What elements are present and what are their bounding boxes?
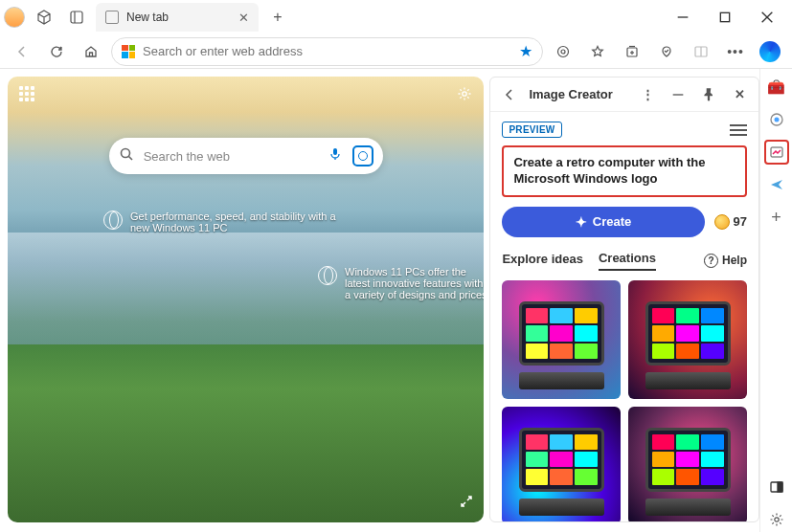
coin-icon [714, 214, 730, 230]
ntp-search-placeholder: Search the web [144, 149, 318, 164]
promo-text-1: Get performance, speed, and stability wi… [130, 211, 343, 233]
copilot-rail-icon[interactable] [764, 107, 789, 132]
prompt-input[interactable]: Create a retro computer with the Microso… [502, 145, 747, 197]
add-rail-icon[interactable]: + [764, 205, 789, 230]
creation-thumb[interactable] [628, 280, 747, 399]
refresh-button[interactable] [42, 37, 71, 66]
vertical-tabs-icon[interactable] [63, 4, 90, 31]
image-search-icon[interactable] [352, 145, 373, 166]
help-label: Help [722, 254, 747, 267]
creation-thumb[interactable] [502, 407, 621, 521]
browser-tab[interactable]: New tab ✕ [96, 3, 259, 32]
image-creator-panel: Image Creator ⋮ ✕ PREVIEW Create a retro… [489, 77, 759, 522]
svg-line-16 [128, 157, 132, 161]
send-rail-icon[interactable] [764, 172, 789, 197]
browser-toolbar: ★ ••• [0, 34, 792, 69]
tab-explore-ideas[interactable]: Explore ideas [502, 252, 583, 270]
page-settings-icon[interactable] [457, 86, 472, 107]
help-button[interactable]: ?Help [704, 254, 747, 268]
token-value: 97 [734, 214, 747, 229]
back-button[interactable] [8, 37, 36, 66]
creations-gallery [502, 280, 747, 521]
svg-point-15 [121, 149, 129, 158]
tab-label: New tab [126, 11, 169, 24]
prompt-text: Create a retro computer with the Microso… [513, 155, 705, 186]
close-window-button[interactable] [746, 3, 788, 32]
panel-more-icon[interactable]: ⋮ [636, 83, 659, 106]
settings-rail-icon[interactable] [764, 507, 789, 532]
performance-icon[interactable] [652, 37, 681, 66]
home-button[interactable] [77, 37, 105, 66]
tab-creations[interactable]: Creations [599, 251, 656, 271]
window-titlebar: New tab ✕ + [0, 0, 792, 34]
minimize-button[interactable] [662, 3, 704, 32]
image-creator-rail-icon[interactable] [764, 140, 789, 165]
panel-title: Image Creator [529, 87, 612, 101]
create-label: Create [593, 214, 631, 229]
globe-icon [103, 211, 123, 230]
workspaces-icon[interactable] [31, 4, 57, 31]
svg-rect-17 [333, 148, 337, 155]
svg-point-20 [774, 118, 779, 122]
svg-point-24 [774, 518, 778, 521]
svg-point-7 [561, 50, 565, 54]
promo-text-2: Windows 11 PCs offer the latest innovati… [345, 266, 484, 300]
profile-avatar[interactable] [4, 7, 25, 28]
help-icon: ? [704, 254, 718, 268]
panel-header: Image Creator ⋮ ✕ [490, 78, 758, 112]
collections-icon[interactable] [618, 37, 646, 66]
creation-thumb[interactable] [502, 280, 621, 399]
globe-icon [318, 266, 337, 285]
search-icon [119, 146, 134, 166]
new-tab-page: Search the web Get performance, speed, a… [8, 77, 484, 522]
promo-card-1[interactable]: Get performance, speed, and stability wi… [103, 211, 343, 233]
svg-rect-3 [720, 12, 729, 21]
extensions-icon[interactable] [549, 37, 577, 66]
more-menu-icon[interactable]: ••• [721, 37, 750, 66]
voice-search-icon[interactable] [328, 146, 343, 166]
app-launcher-icon[interactable] [19, 86, 40, 107]
bing-chat-icon[interactable] [756, 37, 784, 66]
ntp-search-box[interactable]: Search the web [109, 138, 383, 174]
split-screen-icon[interactable] [687, 37, 715, 66]
page-icon [105, 11, 119, 24]
panel-minimize-icon[interactable] [667, 83, 690, 106]
back-icon[interactable] [498, 83, 521, 106]
preview-badge: PREVIEW [502, 122, 561, 138]
address-bar[interactable]: ★ [111, 37, 543, 66]
svg-rect-0 [71, 11, 82, 23]
close-tab-icon[interactable]: ✕ [238, 11, 249, 25]
new-tab-button[interactable]: + [264, 4, 291, 31]
svg-point-6 [558, 46, 569, 56]
promo-card-2[interactable]: Windows 11 PCs offer the latest innovati… [318, 266, 484, 300]
right-sidebar-rail: 🧰 + [759, 69, 792, 532]
tools-rail-icon[interactable]: 🧰 [764, 75, 789, 100]
creation-thumb[interactable] [628, 407, 747, 521]
microsoft-logo-icon [122, 45, 135, 58]
pin-icon[interactable] [697, 83, 720, 106]
favorite-star-icon[interactable]: ★ [519, 42, 532, 60]
favorites-icon[interactable] [583, 37, 612, 66]
svg-rect-23 [778, 482, 782, 492]
sidebar-toggle-icon[interactable] [764, 475, 789, 499]
address-input[interactable] [143, 44, 511, 58]
create-button[interactable]: ✦ Create [502, 207, 704, 237]
close-panel-icon[interactable]: ✕ [728, 83, 751, 106]
menu-icon[interactable] [730, 124, 747, 136]
token-counter[interactable]: 97 [714, 214, 747, 230]
svg-point-14 [463, 92, 466, 96]
wand-icon: ✦ [576, 214, 587, 230]
expand-icon[interactable] [459, 494, 474, 513]
maximize-button[interactable] [704, 3, 746, 32]
